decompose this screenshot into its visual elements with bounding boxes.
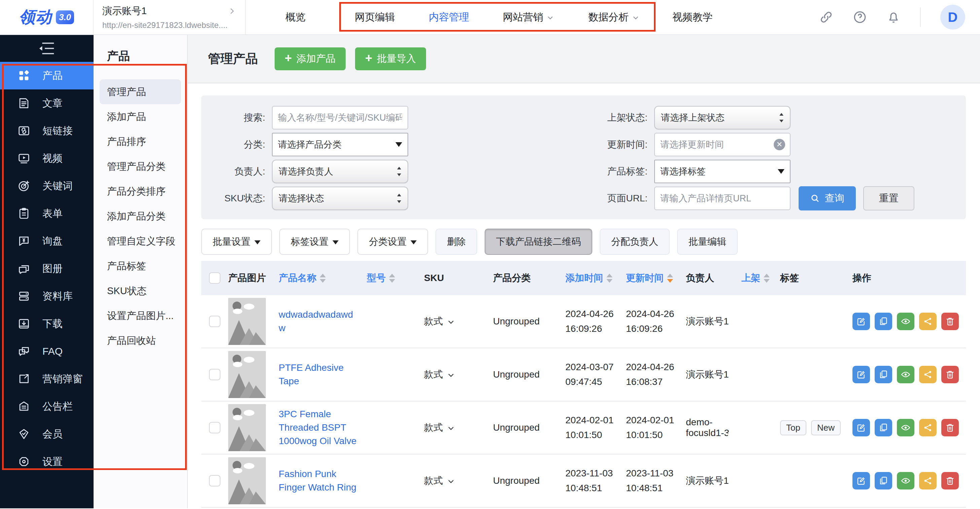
- copy-button[interactable]: [875, 313, 892, 330]
- sidebar-item-albums[interactable]: 图册: [0, 255, 94, 282]
- sidebar-item-keywords[interactable]: 关键词: [0, 172, 94, 200]
- preview-button[interactable]: [897, 419, 915, 436]
- product-tag-select[interactable]: 请选择标签: [654, 160, 791, 183]
- user-avatar[interactable]: D: [940, 5, 965, 30]
- sku-dropdown[interactable]: 款式: [424, 421, 493, 434]
- nav-item-video-tutorials[interactable]: 视频教学: [672, 10, 713, 24]
- bulk-edit-button[interactable]: 批量编辑: [677, 228, 738, 255]
- copy-button[interactable]: [875, 366, 892, 383]
- col-updated-time[interactable]: 更新时间: [626, 272, 663, 284]
- col-added-time[interactable]: 添加时间: [565, 272, 603, 284]
- product-image-placeholder[interactable]: [228, 404, 266, 451]
- copy-button[interactable]: [875, 472, 892, 490]
- delete-button[interactable]: 删除: [436, 228, 477, 255]
- submenu-item-add-product[interactable]: 添加产品: [100, 104, 181, 129]
- tag-settings-button[interactable]: 标签设置: [279, 228, 350, 255]
- submenu-item-category-sorting[interactable]: 产品分类排序: [100, 179, 181, 204]
- product-name-link[interactable]: Fashion Punk Finger Watch Ring: [278, 467, 360, 494]
- bulk-import-button[interactable]: + 批量导入: [355, 48, 426, 70]
- delete-row-button[interactable]: [941, 419, 959, 436]
- clear-icon[interactable]: ✕: [774, 139, 785, 150]
- share-button[interactable]: [919, 472, 937, 490]
- update-time-input[interactable]: 请选择更新时间 ✕: [654, 133, 791, 156]
- product-image-placeholder[interactable]: [228, 351, 266, 398]
- bulk-settings-button[interactable]: 批量设置: [201, 228, 272, 255]
- page-url-input[interactable]: [654, 187, 791, 210]
- delete-row-button[interactable]: [941, 313, 959, 330]
- sort-icon[interactable]: [764, 274, 770, 283]
- submenu-item-add-category[interactable]: 添加产品分类: [100, 204, 181, 228]
- delete-row-button[interactable]: [941, 472, 959, 490]
- submenu-item-manage-categories[interactable]: 管理产品分类: [100, 154, 181, 179]
- assign-owner-button[interactable]: 分配负责人: [600, 228, 670, 255]
- preview-button[interactable]: [897, 366, 915, 383]
- product-name-link[interactable]: PTFE Adhesive Tape: [278, 361, 360, 388]
- sku-dropdown[interactable]: 款式: [424, 368, 493, 381]
- row-checkbox[interactable]: [209, 422, 220, 433]
- select-all-checkbox[interactable]: [209, 272, 220, 284]
- submenu-item-manage-products[interactable]: 管理产品: [100, 79, 181, 104]
- sidebar-item-members[interactable]: 会员: [0, 420, 94, 448]
- share-button[interactable]: [919, 419, 937, 436]
- sku-dropdown[interactable]: 款式: [424, 315, 493, 328]
- edit-button[interactable]: [853, 366, 870, 383]
- category-settings-button[interactable]: 分类设置: [357, 228, 428, 255]
- sidebar-item-library[interactable]: 资料库: [0, 282, 94, 310]
- query-button[interactable]: 查询: [799, 186, 856, 211]
- edit-button[interactable]: [853, 313, 870, 330]
- product-image-placeholder[interactable]: [228, 457, 266, 504]
- submenu-item-product-sorting[interactable]: 产品排序: [100, 129, 181, 154]
- reset-button[interactable]: 重置: [863, 186, 915, 211]
- row-checkbox[interactable]: [209, 475, 220, 487]
- submenu-item-recycle-bin[interactable]: 产品回收站: [100, 328, 181, 353]
- account-switcher[interactable]: 演示账号1 http://en-site29171823.ldwebsite..…: [94, 0, 246, 34]
- preview-button[interactable]: [897, 313, 915, 330]
- nav-item-site-marketing[interactable]: 网站营销: [503, 10, 555, 24]
- sort-icon[interactable]: [389, 274, 395, 283]
- sidebar-item-inquiries[interactable]: 询盘: [0, 227, 94, 255]
- col-published[interactable]: 上架: [741, 272, 760, 284]
- sku-status-select[interactable]: 请选择状态: [272, 187, 408, 210]
- preview-button[interactable]: [897, 472, 915, 490]
- sidebar-item-announcements[interactable]: 公告栏: [0, 393, 94, 420]
- submenu-item-sku-status[interactable]: SKU状态: [100, 278, 181, 303]
- nav-item-data-analysis[interactable]: 数据分析: [588, 10, 640, 24]
- nav-item-content-management[interactable]: 内容管理: [429, 10, 469, 24]
- nav-item-overview[interactable]: 概览: [285, 10, 305, 24]
- sidebar-item-marketing-popup[interactable]: 营销弹窗: [0, 365, 94, 393]
- product-name-link[interactable]: wdwadadwadawdw: [278, 308, 360, 335]
- owner-select[interactable]: 请选择负责人: [272, 160, 408, 183]
- sort-icon-active-desc[interactable]: [667, 274, 673, 283]
- sidebar-item-short-links[interactable]: 短链接: [0, 117, 94, 144]
- sidebar-item-products[interactable]: 产品: [0, 62, 94, 89]
- edit-button[interactable]: [853, 419, 870, 436]
- product-name-link[interactable]: 3PC Female Threaded BSPT 1000wog Oil Val…: [278, 408, 360, 448]
- bell-icon[interactable]: [886, 10, 900, 24]
- search-input[interactable]: [272, 106, 408, 129]
- sidebar-collapse-button[interactable]: [0, 35, 94, 62]
- share-button[interactable]: [919, 366, 937, 383]
- sidebar-item-settings[interactable]: 设置: [0, 448, 94, 476]
- delete-row-button[interactable]: [941, 366, 959, 383]
- publish-status-select[interactable]: 请选择上架状态: [654, 106, 791, 129]
- sidebar-item-downloads[interactable]: 下载: [0, 310, 94, 338]
- col-product-name[interactable]: 产品名称: [278, 272, 317, 284]
- link-icon[interactable]: [819, 10, 833, 24]
- product-image-placeholder[interactable]: [228, 298, 266, 345]
- sort-icon[interactable]: [320, 274, 326, 283]
- sidebar-item-faq[interactable]: FAQ: [0, 338, 94, 365]
- submenu-item-custom-fields[interactable]: 管理自定义字段: [100, 228, 181, 254]
- submenu-item-product-tags[interactable]: 产品标签: [100, 254, 181, 278]
- sort-icon[interactable]: [606, 274, 612, 283]
- sku-dropdown[interactable]: 款式: [424, 474, 493, 487]
- sidebar-item-videos[interactable]: 视频: [0, 144, 94, 172]
- category-select[interactable]: 请选择产品分类: [272, 133, 408, 156]
- help-icon[interactable]: [853, 10, 867, 24]
- sidebar-item-forms[interactable]: 表单: [0, 200, 94, 227]
- copy-button[interactable]: [875, 419, 892, 436]
- nav-item-page-editor[interactable]: 网页编辑: [355, 10, 395, 24]
- edit-button[interactable]: [853, 472, 870, 490]
- row-checkbox[interactable]: [209, 316, 220, 327]
- col-model[interactable]: 型号: [367, 272, 386, 284]
- share-button[interactable]: [919, 313, 937, 330]
